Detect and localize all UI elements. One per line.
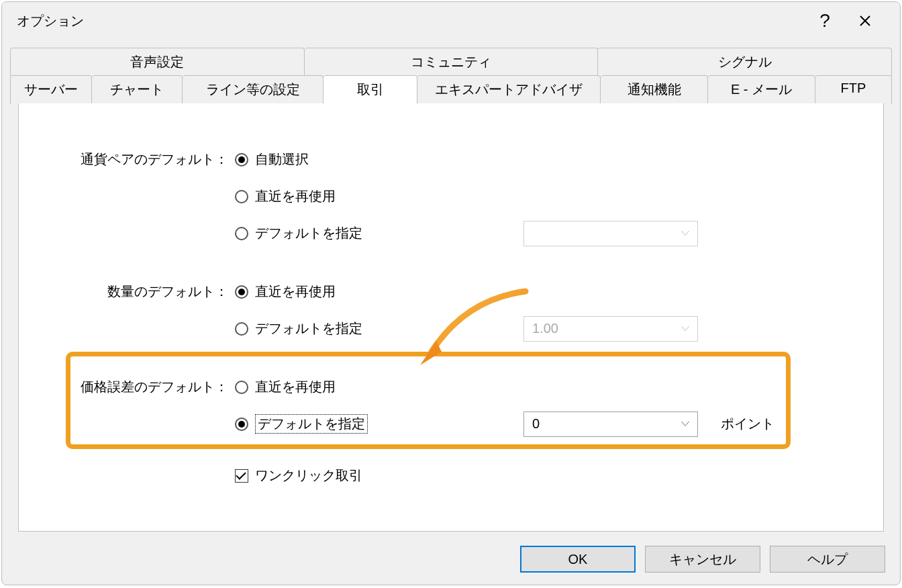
radio-icon xyxy=(235,322,248,336)
button-bar: OK キャンセル ヘルプ xyxy=(520,546,885,573)
radio-icon xyxy=(235,190,248,203)
form-grid: 通貨ペアのデフォルト： 自動選択 直近を再使用 xyxy=(19,141,883,531)
cancel-button[interactable]: キャンセル xyxy=(645,546,760,573)
radio-symbol-auto[interactable]: 自動選択 xyxy=(235,150,309,168)
radio-icon xyxy=(235,418,248,431)
ok-button[interactable]: OK xyxy=(520,546,636,573)
radio-label: 直近を再使用 xyxy=(255,187,336,205)
tab-ftp[interactable]: FTP xyxy=(815,75,892,104)
help-icon-button[interactable]: ? xyxy=(805,5,845,37)
label-deviation-unit: ポイント xyxy=(711,415,774,433)
checkbox-label: ワンクリック取引 xyxy=(255,467,362,485)
tab-audio[interactable]: 音声設定 xyxy=(10,48,305,76)
radio-symbol-last[interactable]: 直近を再使用 xyxy=(235,187,336,205)
tab-notifications[interactable]: 通知機能 xyxy=(601,75,708,104)
tab-row-bottom: サーバー チャート ライン等の設定 取引 エキスパートアドバイザ 通知機能 E … xyxy=(10,76,892,104)
chevron-down-icon xyxy=(681,231,689,236)
close-icon xyxy=(859,15,871,27)
radio-label: 自動選択 xyxy=(255,150,309,168)
window-title: オプション xyxy=(17,12,84,30)
tab-line-settings[interactable]: ライン等の設定 xyxy=(183,75,323,104)
row-symbol-auto: 通貨ペアのデフォルト： 自動選択 xyxy=(19,141,883,178)
radio-deviation-default[interactable]: デフォルトを指定 xyxy=(235,414,368,434)
radio-icon xyxy=(235,153,248,166)
radio-label: デフォルトを指定 xyxy=(255,320,362,338)
radio-label: デフォルトを指定 xyxy=(255,414,368,434)
radio-icon xyxy=(235,227,248,240)
select-symbol-default[interactable] xyxy=(523,221,698,246)
close-icon-button[interactable] xyxy=(845,5,885,37)
titlebar: オプション ? xyxy=(2,2,900,40)
radio-volume-last[interactable]: 直近を再使用 xyxy=(235,283,336,301)
tab-email[interactable]: E - メール xyxy=(708,75,815,104)
tab-chart[interactable]: チャート xyxy=(92,75,183,104)
select-value: 0 xyxy=(532,416,540,432)
tab-signals[interactable]: シグナル xyxy=(598,48,892,76)
radio-volume-default[interactable]: デフォルトを指定 xyxy=(235,320,362,338)
select-deviation-default[interactable]: 0 xyxy=(523,411,698,437)
radio-label: 直近を再使用 xyxy=(255,283,336,301)
checkbox-one-click[interactable]: ワンクリック取引 xyxy=(235,467,362,485)
help-button[interactable]: ヘルプ xyxy=(770,546,885,573)
label-symbol-default: 通貨ペアのデフォルト： xyxy=(19,150,235,168)
tab-expert-advisor[interactable]: エキスパートアドバイザ xyxy=(417,75,601,104)
chevron-down-icon xyxy=(681,326,689,331)
select-value: 1.00 xyxy=(532,321,558,336)
radio-deviation-last[interactable]: 直近を再使用 xyxy=(235,378,336,396)
label-deviation-default: 価格誤差のデフォルト： xyxy=(19,378,235,396)
radio-icon xyxy=(235,381,248,394)
row-volume-last: 数量のデフォルト： 直近を再使用 xyxy=(19,273,883,310)
checkbox-icon xyxy=(235,469,248,483)
row-deviation-last: 価格誤差のデフォルト： 直近を再使用 xyxy=(19,369,883,405)
radio-label: 直近を再使用 xyxy=(255,378,336,396)
row-one-click: ワンクリック取引 xyxy=(19,457,883,494)
radio-symbol-default[interactable]: デフォルトを指定 xyxy=(235,224,362,242)
trade-panel: 通貨ペアのデフォルト： 自動選択 直近を再使用 xyxy=(18,103,884,532)
chevron-down-icon xyxy=(681,422,689,426)
options-dialog: オプション ? 音声設定 コミュニティ シグナル サーバー チャート ライン等の… xyxy=(1,1,901,585)
label-volume-default: 数量のデフォルト： xyxy=(19,283,235,301)
tab-trade[interactable]: 取引 xyxy=(323,75,417,104)
radio-label: デフォルトを指定 xyxy=(255,224,362,242)
row-volume-default: デフォルトを指定 1.00 xyxy=(19,310,883,347)
select-volume-default[interactable]: 1.00 xyxy=(523,316,698,342)
tab-container: 音声設定 コミュニティ シグナル サーバー チャート ライン等の設定 取引 エキ… xyxy=(10,48,892,532)
radio-icon xyxy=(235,285,248,299)
row-deviation-default: デフォルトを指定 0 ポイント xyxy=(19,405,883,442)
tab-row-top: 音声設定 コミュニティ シグナル xyxy=(10,48,892,76)
tab-server[interactable]: サーバー xyxy=(10,75,92,104)
row-symbol-last: 直近を再使用 xyxy=(19,178,883,215)
row-symbol-default: デフォルトを指定 xyxy=(19,215,883,252)
tab-community[interactable]: コミュニティ xyxy=(305,48,599,76)
